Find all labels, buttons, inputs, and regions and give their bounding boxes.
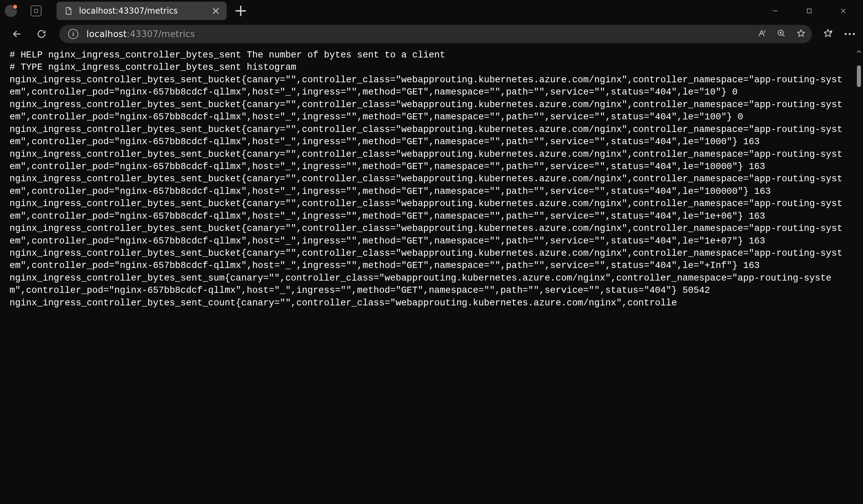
page-viewport: # HELP nginx_ingress_controller_bytes_se… [0, 46, 863, 504]
more-menu-button[interactable] [845, 33, 855, 35]
browser-tab[interactable]: localhost:43307/metrics [57, 2, 227, 20]
url-host: localhost [86, 29, 127, 39]
back-button[interactable] [10, 27, 24, 41]
tab-actions-icon [34, 9, 38, 13]
address-actions [757, 28, 806, 39]
tab-actions-button[interactable] [30, 5, 41, 16]
scrollbar-up-arrow-icon[interactable] [856, 49, 862, 54]
zoom-icon[interactable] [777, 28, 786, 39]
favorite-icon[interactable] [796, 28, 806, 39]
maximize-button[interactable] [792, 1, 826, 21]
scrollbar[interactable] [856, 49, 862, 501]
minimize-button[interactable] [758, 1, 792, 21]
refresh-button[interactable] [35, 27, 48, 41]
new-tab-button[interactable] [233, 3, 249, 19]
site-info-icon[interactable]: i [68, 29, 78, 39]
read-aloud-icon[interactable] [757, 28, 766, 39]
toolbar-right [823, 28, 855, 40]
window-controls [758, 1, 860, 21]
close-tab-button[interactable] [211, 6, 221, 16]
url-rest: :43307/metrics [127, 29, 195, 39]
title-bar: localhost:43307/metrics [0, 0, 863, 22]
scrollbar-thumb[interactable] [857, 65, 861, 87]
document-icon [64, 7, 73, 15]
toolbar: i localhost:43307/metrics [0, 22, 863, 46]
favorites-bar-icon[interactable] [823, 28, 833, 40]
metrics-content: # HELP nginx_ingress_controller_bytes_se… [0, 46, 855, 312]
profile-avatar[interactable] [5, 5, 17, 17]
address-bar[interactable]: i localhost:43307/metrics [59, 25, 812, 43]
url-text: localhost:43307/metrics [86, 29, 195, 39]
tab-title: localhost:43307/metrics [79, 6, 178, 16]
close-window-button[interactable] [826, 1, 860, 21]
svg-rect-0 [807, 9, 811, 13]
